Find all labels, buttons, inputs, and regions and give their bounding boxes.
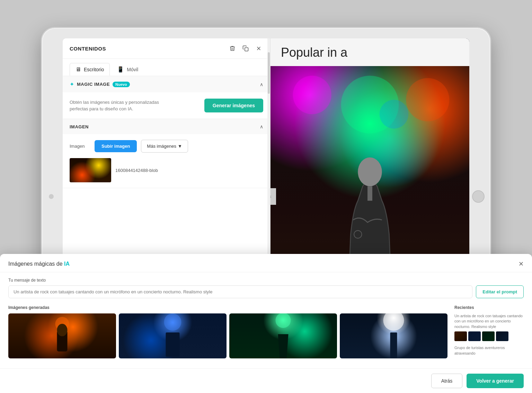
svg-point-22 [383,313,404,331]
recientes-description-1: Un artista de rock con tatuajes cantando… [454,313,524,329]
view-tabs: 🖥 Escritorio 📱 Móvil [63,59,270,76]
copy-icon [242,45,249,52]
recientes-thumb-3[interactable] [482,331,495,341]
gen-img-2-pattern [119,313,227,358]
imagen-section-body: Imagen Subir imagen Más imágenes ▼ 16008… [63,134,270,188]
generated-image-3[interactable] [229,313,337,358]
gen-img-2-svg [119,313,227,358]
prompt-row: Editar el prompt [8,285,524,298]
imagen-label: Imagen [70,144,90,149]
nuevo-badge: Nuevo [113,82,130,87]
svg-rect-23 [390,332,397,358]
tab-mobile[interactable]: 📱 Móvil [111,63,144,76]
tablet-right-button[interactable] [472,190,485,203]
generated-image-4[interactable] [340,313,447,358]
magic-image-section-body: Obtén las imágenes únicas y personalizad… [63,92,270,119]
recientes-thumb-4[interactable] [496,331,508,341]
panel-header-actions [228,44,263,53]
prompt-input[interactable] [8,285,472,298]
magic-image-section: ✦ MAGIC IMAGE Nuevo ∧ Obtén las imágenes… [63,76,270,119]
dialog-footer: Atrás Volver a generar [0,368,532,393]
upload-image-button[interactable]: Subir imagen [95,140,137,152]
recientes-item-2: Grupo de turistas aventureros atravesand… [454,345,524,356]
close-icon [256,45,262,52]
svg-point-7 [358,157,382,186]
generated-image-2[interactable] [119,313,227,358]
magic-images-dialog: Imágenes mágicas de IA ✕ Tu mensaje de t… [0,254,532,393]
generate-images-button[interactable]: Generar imágenes [204,99,263,112]
desktop-tab-label: Escritorio [84,67,104,72]
image-preview-row: 1600844142488-blob [70,158,263,182]
magic-image-title: MAGIC IMAGE [77,82,110,87]
recientes-thumb-2[interactable] [468,331,481,341]
dialog-content-area: Imágenes generadas [8,305,524,360]
gen-img-1-pattern [8,313,116,358]
regenerate-button[interactable]: Volver a generar [467,374,524,388]
preview-thumb-inner [70,158,111,182]
imagen-header-left: IMAGEN [70,124,89,129]
collapse-panel-button[interactable]: ‹ [271,188,276,205]
magic-description: Obtén las imágenes únicas y personalizad… [70,99,167,112]
svg-point-4 [293,76,331,114]
magic-image-section-header[interactable]: ✦ MAGIC IMAGE Nuevo ∧ [63,76,270,92]
trash-icon [229,45,236,52]
imagen-section: IMAGEN ∧ Imagen Subir imagen Más imágene… [63,119,270,188]
generated-images-grid [8,313,447,358]
dialog-title-prefix: Imágenes mágicas de [8,261,63,267]
gen-img-3-pattern [229,313,337,358]
prompt-field-label: Tu mensaje de texto [8,278,524,283]
image-preview-thumbnail [70,158,111,182]
panel-title: CONTENIDOS [70,46,106,52]
edit-prompt-button[interactable]: Editar el prompt [476,285,524,298]
svg-point-5 [406,78,449,121]
recientes-label: Recientes [454,305,524,310]
magic-section-chevron-icon: ∧ [260,82,263,87]
copy-button[interactable] [241,44,250,53]
image-filename: 1600844142488-blob [115,168,158,173]
generated-image-1[interactable] [8,313,116,358]
gen-img-1-svg [8,313,116,358]
back-button[interactable]: Atrás [431,374,463,388]
desktop-icon: 🖥 [76,66,81,73]
scrollbar-thumb [268,52,270,94]
section-header-left: ✦ MAGIC IMAGE Nuevo [70,81,130,88]
panel-header: CONTENIDOS [63,38,270,59]
collapse-arrow-icon: ‹ [271,194,271,199]
svg-rect-20 [166,332,180,357]
gen-img-4-svg [340,313,447,358]
gen-img-3-svg [229,313,337,358]
generated-label: Imágenes generadas [8,305,447,310]
recientes-section: Recientes Un artista de rock con tatuaje… [454,305,524,360]
dialog-title: Imágenes mágicas de IA [8,261,70,267]
more-images-label: Más imágenes [147,144,176,149]
tab-desktop[interactable]: 🖥 Escritorio [70,63,110,76]
delete-button[interactable] [228,44,237,53]
close-button[interactable] [254,44,263,53]
generated-images-section: Imágenes generadas [8,305,447,360]
svg-point-18 [57,324,68,336]
dialog-header: Imágenes mágicas de IA ✕ [0,254,532,272]
dropdown-arrow-icon: ▼ [178,144,182,149]
magic-sparkle-icon: ✦ [70,81,74,88]
mobile-icon: 📱 [117,66,124,73]
gen-img-4-pattern [340,313,447,358]
website-header-text: Popular in a [271,38,469,67]
dialog-ia-label: IA [64,261,70,267]
imagen-section-chevron-icon: ∧ [260,124,263,129]
recientes-description-2: Grupo de turistas aventureros atravesand… [454,345,524,356]
svg-rect-0 [245,48,248,51]
imagen-upload-row: Imagen Subir imagen Más imágenes ▼ [70,140,263,153]
dialog-body: Tu mensaje de texto Editar el prompt Imá… [0,272,532,366]
svg-point-19 [164,313,181,331]
dialog-close-button[interactable]: ✕ [518,260,524,268]
svg-point-6 [380,100,408,128]
svg-rect-8 [367,186,372,201]
more-images-button[interactable]: Más imágenes ▼ [141,140,188,153]
recientes-thumbnails [454,331,524,341]
recientes-thumb-1[interactable] [454,331,467,341]
imagen-title: IMAGEN [70,124,89,129]
svg-point-21 [276,313,291,328]
recientes-item-1: Un artista de rock con tatuajes cantando… [454,313,524,341]
imagen-section-header[interactable]: IMAGEN ∧ [63,119,270,134]
tablet-left-button [49,194,54,199]
